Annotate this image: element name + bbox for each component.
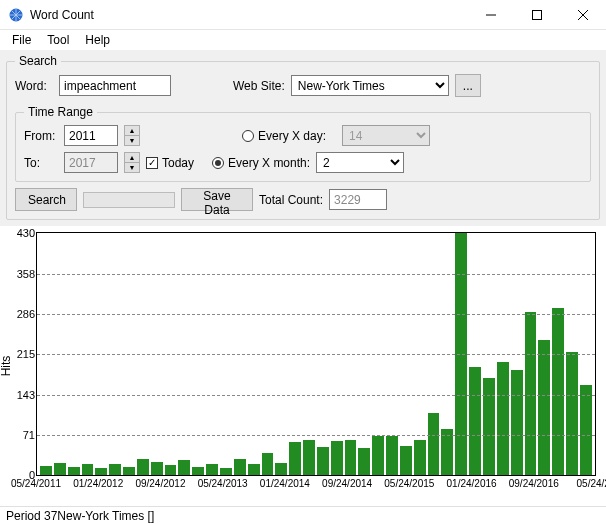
chart-y-tick: 215 — [17, 348, 37, 360]
progress-bar — [83, 192, 175, 208]
chart-bar[interactable] — [262, 453, 274, 476]
chart-x-tick: 05/24/2011 — [11, 478, 61, 489]
client-area: Search Word: Web Site: New-York Times ..… — [0, 50, 606, 226]
chart-bar[interactable] — [109, 464, 121, 475]
chart-bar[interactable] — [82, 464, 94, 475]
chart-bar[interactable] — [234, 459, 246, 475]
from-spinner[interactable]: ▲ ▼ — [124, 125, 140, 146]
chart-bar[interactable] — [206, 464, 218, 475]
chart-bar[interactable] — [123, 467, 135, 475]
website-select[interactable]: New-York Times — [291, 75, 449, 96]
chart-y-tick: 71 — [23, 429, 37, 441]
chart-bar[interactable] — [275, 463, 287, 475]
chart-bar[interactable] — [220, 468, 232, 475]
window-minimize-button[interactable] — [468, 0, 514, 30]
time-range-legend: Time Range — [24, 105, 97, 119]
chart-bar[interactable] — [400, 446, 412, 475]
chart-bar[interactable] — [54, 463, 66, 475]
save-data-button[interactable]: Save Data — [181, 188, 253, 211]
search-fieldset: Search Word: Web Site: New-York Times ..… — [6, 54, 600, 220]
menu-file[interactable]: File — [4, 31, 39, 49]
window-close-button[interactable] — [560, 0, 606, 30]
chart-bar[interactable] — [552, 308, 564, 475]
chart-bar[interactable] — [525, 312, 537, 475]
every-month-radio[interactable]: Every X month: — [212, 156, 310, 170]
chart-bar[interactable] — [68, 467, 80, 475]
every-day-radio[interactable]: Every X day: — [242, 129, 326, 143]
time-range-fieldset: Time Range From: ▲ ▼ Every X day: 14 — [15, 105, 591, 182]
chart-bar[interactable] — [386, 436, 398, 475]
to-input — [64, 152, 118, 173]
chart-bar[interactable] — [372, 436, 384, 475]
today-checkbox[interactable]: Today — [146, 156, 194, 170]
window-title: Word Count — [30, 8, 94, 22]
word-label: Word: — [15, 79, 53, 93]
chart-bar[interactable] — [192, 467, 204, 475]
window-maximize-button[interactable] — [514, 0, 560, 30]
chart-bar[interactable] — [483, 378, 495, 475]
chart-y-tick: 430 — [17, 227, 37, 239]
menu-help[interactable]: Help — [77, 31, 118, 49]
to-label: To: — [24, 156, 58, 170]
chart-x-tick: 01/24/2012 — [73, 478, 123, 489]
every-month-select[interactable]: 2 — [316, 152, 404, 173]
search-button[interactable]: Search — [15, 188, 77, 211]
status-bar: Period 37New-York Times [] — [0, 506, 606, 524]
chart-x-tick: 09/24/2016 — [509, 478, 559, 489]
svg-rect-1 — [533, 10, 542, 19]
total-count-output — [329, 189, 387, 210]
radio-on-icon — [212, 157, 224, 169]
chart-bar[interactable] — [165, 465, 177, 475]
chart-bar[interactable] — [289, 442, 301, 475]
chart-x-tick: 01/24/2014 — [260, 478, 310, 489]
total-count-label: Total Count: — [259, 193, 323, 207]
chevron-up-icon[interactable]: ▲ — [125, 126, 139, 136]
chart-bar[interactable] — [497, 362, 509, 475]
to-spinner[interactable]: ▲ ▼ — [124, 152, 140, 173]
chart-x-tick: 09/24/2012 — [135, 478, 185, 489]
chart-plot[interactable]: 071143215286358430 — [36, 232, 596, 476]
chart-area: Hits 071143215286358430 05/24/201101/24/… — [0, 226, 606, 506]
chart-bar[interactable] — [358, 448, 370, 475]
status-text: Period 37New-York Times [] — [6, 509, 154, 523]
chart-bar[interactable] — [151, 462, 163, 476]
chart-bar[interactable] — [580, 385, 592, 475]
app-icon — [8, 7, 24, 23]
chart-bar[interactable] — [538, 340, 550, 475]
chart-y-tick: 143 — [17, 389, 37, 401]
search-legend: Search — [15, 54, 61, 68]
chart-x-tick: 05/24/20 — [577, 478, 606, 489]
from-input[interactable] — [64, 125, 118, 146]
website-more-button[interactable]: ... — [455, 74, 481, 97]
chart-bar[interactable] — [566, 352, 578, 475]
chart-bar[interactable] — [95, 468, 107, 475]
chart-bar[interactable] — [137, 459, 149, 475]
chart-y-tick: 286 — [17, 308, 37, 320]
from-label: From: — [24, 129, 58, 143]
chart-x-tick: 01/24/2016 — [447, 478, 497, 489]
chart-y-tick: 358 — [17, 268, 37, 280]
chart-bar[interactable] — [317, 447, 329, 475]
chart-bar[interactable] — [469, 367, 481, 475]
website-label: Web Site: — [233, 79, 285, 93]
word-input[interactable] — [59, 75, 171, 96]
radio-off-icon — [242, 130, 254, 142]
chart-bar[interactable] — [248, 464, 260, 475]
chart-bar[interactable] — [303, 440, 315, 475]
chart-bar[interactable] — [331, 441, 343, 475]
chevron-up-icon[interactable]: ▲ — [125, 153, 139, 163]
chart-x-tick: 09/24/2014 — [322, 478, 372, 489]
chart-bar[interactable] — [428, 413, 440, 475]
chart-bar[interactable] — [414, 440, 426, 475]
chart-bar[interactable] — [345, 440, 357, 475]
chart-bar[interactable] — [511, 370, 523, 475]
chevron-down-icon[interactable]: ▼ — [125, 163, 139, 172]
chart-bar[interactable] — [40, 466, 52, 475]
chevron-down-icon[interactable]: ▼ — [125, 136, 139, 145]
chart-x-tick: 05/24/2013 — [198, 478, 248, 489]
chart-x-tick: 05/24/2015 — [384, 478, 434, 489]
menu-tool[interactable]: Tool — [39, 31, 77, 49]
every-day-select: 14 — [342, 125, 430, 146]
menu-bar: File Tool Help — [0, 30, 606, 50]
chart-bar[interactable] — [178, 460, 190, 475]
